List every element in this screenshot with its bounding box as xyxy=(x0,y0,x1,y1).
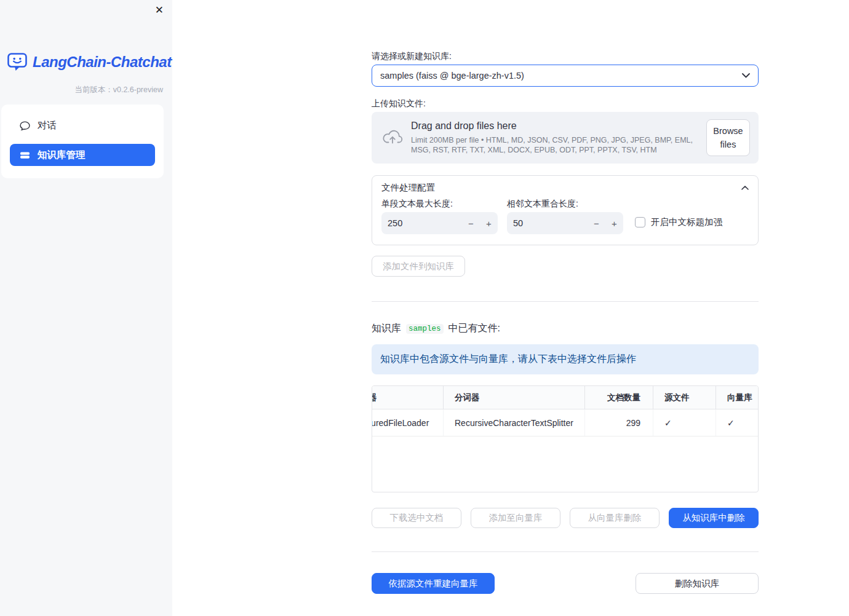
table-row[interactable]: UnstructuredFileLoader RecursiveCharacte… xyxy=(372,409,758,436)
overlap-size-value: 50 xyxy=(513,218,588,228)
kb-actions-row: 依据源文件重建向量库 删除知识库 xyxy=(372,573,759,594)
expander-body: 单段文本最大长度: 相邻文本重合长度: 250 − + 50 − + 开启中文标… xyxy=(372,199,758,246)
main-content: 请选择或新建知识库: samples (faiss @ bge-large-zh… xyxy=(372,0,759,616)
chunk-size-input[interactable]: 250 − + xyxy=(381,212,498,234)
overlap-size-label: 相邻文本重合长度: xyxy=(507,199,578,210)
upload-label: 上传知识文件: xyxy=(372,98,426,109)
version-text: 当前版本：v0.2.6-preview xyxy=(74,85,163,95)
kb-files-table[interactable]: 文档加载器 分词器 文档数量 源文件 向量库 UnstructuredFileL… xyxy=(372,385,759,492)
rebuild-vectorstore-button[interactable]: 依据源文件重建向量库 xyxy=(372,573,495,594)
kb-files-prefix: 知识库 xyxy=(372,322,401,335)
cell-loader: UnstructuredFileLoader xyxy=(372,409,443,436)
kb-files-suffix: 中已有文件: xyxy=(448,322,500,335)
kb-select-label: 请选择或新建知识库: xyxy=(372,51,452,62)
plus-stepper-button[interactable]: + xyxy=(480,218,498,229)
cloud-upload-icon xyxy=(381,128,404,148)
chatchat-logo-icon xyxy=(7,53,28,71)
app-title: LangChain-Chatchat xyxy=(33,53,172,71)
plus-stepper-button[interactable]: + xyxy=(605,218,623,229)
menu-item-kb-management[interactable]: 知识库管理 xyxy=(10,144,155,166)
kb-selectbox[interactable]: samples (faiss @ bge-large-zh-v1.5) xyxy=(372,65,759,87)
checkbox-label: 开启中文标题加强 xyxy=(651,216,722,228)
file-dropzone[interactable]: Drag and drop files here Limit 200MB per… xyxy=(372,112,759,164)
file-actions-row: 下载选中文档 添加至向量库 从向量库删除 从知识库中删除 xyxy=(372,508,759,528)
col-vector-store: 向量库 xyxy=(715,386,758,409)
menu-item-label: 对话 xyxy=(38,119,57,132)
sidebar-close-icon[interactable]: ✕ xyxy=(155,4,164,17)
minus-stepper-button[interactable]: − xyxy=(462,218,480,229)
chevron-up-icon xyxy=(741,186,749,190)
overlap-size-input[interactable]: 50 − + xyxy=(507,212,623,234)
checkbox-box[interactable] xyxy=(635,217,645,227)
dropzone-title: Drag and drop files here xyxy=(411,120,703,132)
chat-bubble-icon xyxy=(20,120,30,131)
col-source-file: 源文件 xyxy=(653,386,715,409)
add-files-to-kb-button[interactable]: 添加文件到知识库 xyxy=(372,256,465,277)
table-header-row: 文档加载器 分词器 文档数量 源文件 向量库 xyxy=(372,386,758,409)
chunk-size-label: 单段文本最大长度: xyxy=(381,199,453,210)
file-config-expander: 文件处理配置 单段文本最大长度: 相邻文本重合长度: 250 − + 50 − … xyxy=(372,175,759,245)
dropzone-limit-text: Limit 200MB per file • HTML, MD, JSON, C… xyxy=(411,135,703,156)
cell-source-file-check: ✓ xyxy=(653,409,715,436)
kb-stack-icon xyxy=(20,150,30,160)
sidebar-menu: 对话 知识库管理 xyxy=(1,105,164,178)
app-logo: LangChain-Chatchat xyxy=(7,53,172,71)
chevron-down-icon xyxy=(742,73,750,78)
info-banner-text: 知识库中包含源文件与向量库，请从下表中选择文件后操作 xyxy=(380,353,636,366)
col-loader: 文档加载器 xyxy=(372,386,443,409)
info-banner: 知识库中包含源文件与向量库，请从下表中选择文件后操作 xyxy=(372,344,759,374)
kb-files-heading: 知识库 samples 中已有文件: xyxy=(372,322,500,335)
add-to-vectorstore-button[interactable]: 添加至向量库 xyxy=(471,508,560,528)
expander-title: 文件处理配置 xyxy=(381,182,741,194)
download-selected-button[interactable]: 下载选中文档 xyxy=(372,508,461,528)
expander-header[interactable]: 文件处理配置 xyxy=(372,176,758,199)
chunk-size-value: 250 xyxy=(388,218,462,228)
col-doc-count: 文档数量 xyxy=(584,386,653,409)
kb-name-code: samples xyxy=(406,324,444,334)
delete-kb-button[interactable]: 删除知识库 xyxy=(636,573,759,594)
browse-files-button[interactable]: Browse files xyxy=(706,119,750,157)
cell-vector-store-check: ✓ xyxy=(715,409,758,436)
menu-item-dialogue[interactable]: 对话 xyxy=(10,114,155,136)
divider xyxy=(372,301,759,302)
cell-splitter: RecursiveCharacterTextSplitter xyxy=(443,409,584,436)
dropzone-texts: Drag and drop files here Limit 200MB per… xyxy=(411,120,703,156)
delete-from-kb-button[interactable]: 从知识库中删除 xyxy=(669,508,759,528)
menu-item-label: 知识库管理 xyxy=(38,149,86,162)
col-splitter: 分词器 xyxy=(443,386,584,409)
delete-from-vectorstore-button[interactable]: 从向量库删除 xyxy=(570,508,660,528)
cell-doc-count: 299 xyxy=(584,409,653,436)
divider xyxy=(372,551,759,552)
minus-stepper-button[interactable]: − xyxy=(588,218,605,229)
kb-selectbox-value: samples (faiss @ bge-large-zh-v1.5) xyxy=(380,71,742,81)
sidebar: ✕ LangChain-Chatchat 当前版本：v0.2.6-preview… xyxy=(0,0,172,616)
zh-title-enhance-checkbox[interactable]: 开启中文标题加强 xyxy=(635,216,722,228)
